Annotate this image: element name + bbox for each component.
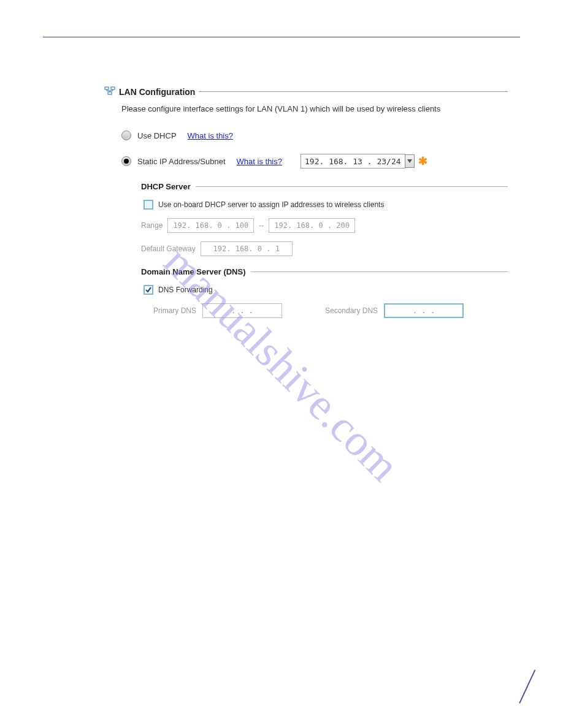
- dhcp-checkbox-row: Use on-board DHCP server to assign IP ad…: [141, 200, 508, 210]
- dns-rule: [251, 271, 508, 272]
- gateway-input[interactable]: 192. 168. 0 . 1: [201, 241, 293, 256]
- dns-forwarding-checkbox[interactable]: [144, 285, 153, 295]
- section-rule: [199, 91, 508, 92]
- top-divider: [43, 37, 520, 37]
- dhcp-server-header: DHCP Server: [141, 182, 508, 191]
- dhcp-server-title: DHCP Server: [141, 182, 191, 191]
- primary-dns-label: Primary DNS: [153, 306, 196, 315]
- footer-decoration: [489, 673, 520, 703]
- range-dash: --: [259, 221, 264, 230]
- use-dhcp-label: Use DHCP: [137, 131, 177, 140]
- dns-forwarding-row: DNS Forwarding: [141, 285, 508, 295]
- range-to-input[interactable]: 192. 168. 0 . 200: [269, 218, 355, 233]
- range-label: Range: [141, 221, 163, 230]
- range-from-input[interactable]: 192. 168. 0 . 100: [167, 218, 254, 233]
- dhcp-server-rule: [196, 186, 508, 187]
- dhcp-onboard-label: Use on-board DHCP server to assign IP ad…: [158, 200, 384, 209]
- use-dhcp-help-link[interactable]: What is this?: [188, 131, 233, 140]
- lan-icon: [104, 86, 115, 97]
- required-star-icon: ✱: [418, 154, 427, 168]
- dns-inputs-row: Primary DNS . . . Secondary DNS . . .: [141, 303, 508, 318]
- section-header: LAN Configuration: [104, 86, 508, 97]
- static-ip-row: Static IP Address/Subnet What is this? 1…: [104, 154, 508, 169]
- subnet-dropdown[interactable]: [405, 154, 415, 168]
- use-dhcp-radio[interactable]: [121, 131, 131, 140]
- secondary-dns-label: Secondary DNS: [325, 306, 378, 315]
- static-ip-field-group: 192. 168. 13 . 23 / 24 ✱: [301, 154, 427, 169]
- gateway-label: Default Gateway: [141, 245, 196, 253]
- static-ip-input[interactable]: 192. 168. 13 . 23 / 24: [301, 154, 405, 169]
- dhcp-range-row: Range 192. 168. 0 . 100 -- 192. 168. 0 .…: [141, 218, 508, 233]
- static-ip-value: 192. 168. 13 . 23: [305, 157, 386, 166]
- lan-config-panel: LAN Configuration Please configure inter…: [43, 86, 520, 318]
- section-intro: Please configure interface settings for …: [104, 104, 508, 113]
- dns-forwarding-label: DNS Forwarding: [158, 286, 213, 294]
- primary-dns-input[interactable]: . . .: [202, 303, 282, 318]
- dns-header: Domain Name Server (DNS): [141, 267, 508, 276]
- gateway-row: Default Gateway 192. 168. 0 . 1: [141, 241, 508, 256]
- svg-rect-1: [111, 87, 115, 89]
- svg-rect-2: [108, 92, 112, 94]
- section-title: LAN Configuration: [119, 87, 195, 97]
- static-ip-help-link[interactable]: What is this?: [237, 157, 282, 166]
- secondary-dns-input[interactable]: . . .: [384, 303, 464, 318]
- dns-title: Domain Name Server (DNS): [141, 267, 246, 276]
- static-ip-radio[interactable]: [121, 156, 131, 166]
- dhcp-onboard-checkbox[interactable]: [144, 200, 153, 210]
- svg-rect-0: [105, 87, 109, 89]
- static-ip-label: Static IP Address/Subnet: [137, 157, 226, 166]
- use-dhcp-row: Use DHCP What is this?: [104, 131, 508, 140]
- dhcp-server-section: DHCP Server Use on-board DHCP server to …: [104, 182, 508, 318]
- static-subnet-value: 24: [391, 157, 401, 166]
- static-ip-slash: /: [386, 157, 391, 166]
